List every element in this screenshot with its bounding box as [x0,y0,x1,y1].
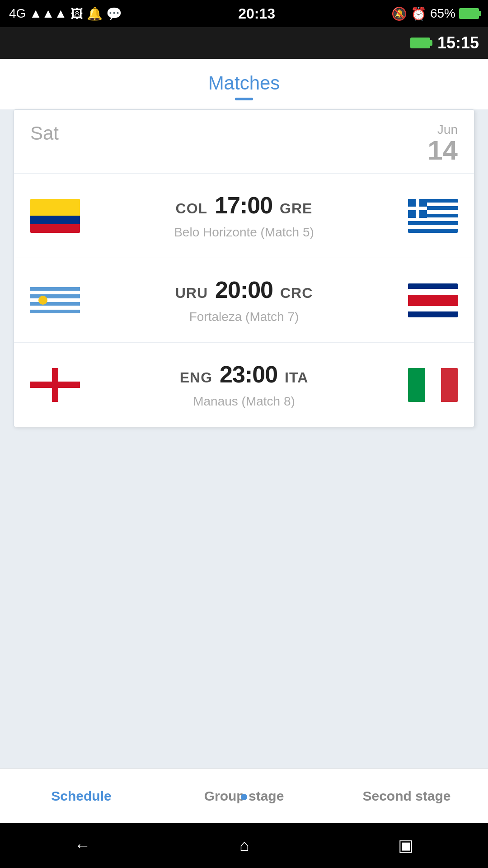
alarm-icon: ⏰ [411,6,427,21]
recent-button[interactable]: ▣ [398,836,413,855]
match-time-row-3: ENG 23:00 ITA [80,361,408,388]
match-row[interactable]: URU 20:00 CRC Fortaleza (Match 7) [14,258,474,343]
nav-second-stage-label: Second stage [362,788,450,804]
home-button[interactable]: ⌂ [239,836,249,855]
flag-uruguay [30,283,80,317]
match-venue-1: Belo Horizonte (Match 5) [80,225,408,240]
status-left: 4G ▲▲▲ 🖼 🔔 💬 [9,6,122,21]
battery-icon [459,8,479,19]
mute-icon: 🔕 [391,6,407,21]
page-header: Matches [0,59,488,109]
date-day: 14 [427,135,458,165]
page-title: Matches [0,72,488,94]
date-header: Sat Jun 14 [14,110,474,174]
match-time-row-2: URU 20:00 CRC [80,276,408,303]
nav-schedule-label: Schedule [51,788,111,804]
android-nav-bar: ← ⌂ ▣ [0,823,488,868]
status-bar: 4G ▲▲▲ 🖼 🔔 💬 20:13 🔕 ⏰ 65% [0,0,488,27]
status-time: 20:13 [238,5,275,22]
match-center-1: COL 17:00 GRE Belo Horizonte (Match 5) [80,192,408,240]
secondary-battery-icon [410,38,430,48]
network-indicator: 4G ▲▲▲ [9,6,67,21]
secondary-status-bar: 15:15 [0,27,488,59]
match-time-2: 20:00 [215,276,273,303]
team-code-col: COL [176,200,208,217]
secondary-time: 15:15 [437,33,479,52]
notification-icon: 🔔 [87,6,103,21]
match-time-1: 17:00 [215,192,272,219]
nav-schedule[interactable]: Schedule [0,788,163,804]
match-center-3: ENG 23:00 ITA Manaus (Match 8) [80,361,408,409]
image-icon: 🖼 [70,6,83,21]
match-time-row-1: COL 17:00 GRE [80,192,408,219]
flag-colombia [30,199,80,233]
flag-england [30,368,80,402]
team-code-ita: ITA [285,369,308,386]
match-venue-3: Manaus (Match 8) [80,394,408,409]
nav-group-stage[interactable]: Group stage [163,788,325,804]
team-code-crc: CRC [280,285,313,302]
nav-active-dot [241,794,247,800]
matches-card: Sat Jun 14 COL 17:00 GRE Belo Horizonte … [14,109,474,427]
match-row[interactable]: ENG 23:00 ITA Manaus (Match 8) [14,343,474,427]
day-name: Sat [30,123,59,144]
flag-costarica [408,283,458,317]
flag-italy [408,368,458,402]
team-code-uru: URU [175,285,208,302]
team-code-eng: ENG [180,369,212,386]
main-content: Sat Jun 14 COL 17:00 GRE Belo Horizonte … [0,109,488,769]
match-time-3: 23:00 [220,361,277,388]
title-indicator [235,98,253,100]
match-venue-2: Fortaleza (Match 7) [80,310,408,324]
match-row[interactable]: COL 17:00 GRE Belo Horizonte (Match 5) [14,174,474,258]
match-center-2: URU 20:00 CRC Fortaleza (Match 7) [80,276,408,324]
battery-percent: 65% [430,6,455,21]
bottom-nav: Schedule Group stage Second stage [0,769,488,823]
back-button[interactable]: ← [75,836,91,855]
wechat-icon: 💬 [106,6,122,21]
date-right: Jun 14 [427,123,458,164]
nav-second-stage[interactable]: Second stage [325,788,488,804]
team-code-gre: GRE [280,200,312,217]
status-right: 🔕 ⏰ 65% [391,6,479,21]
flag-greece [408,199,458,233]
